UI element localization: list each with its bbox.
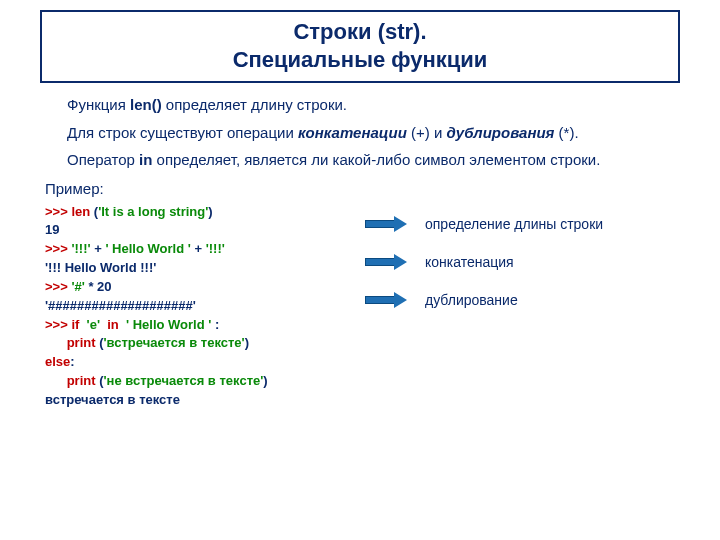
annotation-row-1: определение длины строки bbox=[365, 205, 700, 243]
annotation-text: конкатенация bbox=[425, 254, 514, 270]
paragraph-in: Оператор in определяет, является ли како… bbox=[45, 150, 700, 170]
title-line-2: Специальные функции bbox=[233, 47, 488, 72]
annotation-row-2: конкатенация bbox=[365, 243, 700, 281]
code-block: >>> len ('It is a long string') 19 >>> '… bbox=[45, 203, 345, 410]
code-line-4: '!!! Hello World !!!' bbox=[45, 259, 345, 278]
annotation-row-3: дублирование bbox=[365, 281, 700, 319]
paragraph-concat-dup: Для строк существуют операции конкатенац… bbox=[45, 123, 700, 143]
slide-title-box: Строки (str). Специальные функции bbox=[40, 10, 680, 83]
code-line-9: else: bbox=[45, 353, 345, 372]
annotation-text: дублирование bbox=[425, 292, 518, 308]
code-line-8: print ('встречается в тексте') bbox=[45, 334, 345, 353]
code-line-2: 19 bbox=[45, 221, 345, 240]
arrow-icon bbox=[365, 293, 407, 307]
example-label: Пример: bbox=[45, 180, 700, 197]
paragraph-len: Функция len() определяет длину строки. bbox=[45, 95, 700, 115]
code-line-3: >>> '!!!' + ' Hello World ' + '!!!' bbox=[45, 240, 345, 259]
code-line-1: >>> len ('It is a long string') bbox=[45, 203, 345, 222]
code-line-7: >>> if 'e' in ' Hello World ' : bbox=[45, 316, 345, 335]
slide-title: Строки (str). Специальные функции bbox=[42, 18, 678, 73]
annotations: определение длины строки конкатенация ду… bbox=[365, 203, 700, 410]
annotation-text: определение длины строки bbox=[425, 216, 603, 232]
arrow-icon bbox=[365, 255, 407, 269]
code-line-5: >>> '#' * 20 bbox=[45, 278, 345, 297]
code-line-10: print ('не встречается в тексте') bbox=[45, 372, 345, 391]
code-line-6: '####################' bbox=[45, 297, 345, 316]
code-line-11: встречается в тексте bbox=[45, 391, 345, 410]
title-line-1: Строки (str). bbox=[293, 19, 426, 44]
example-columns: >>> len ('It is a long string') 19 >>> '… bbox=[45, 203, 700, 410]
arrow-icon bbox=[365, 217, 407, 231]
